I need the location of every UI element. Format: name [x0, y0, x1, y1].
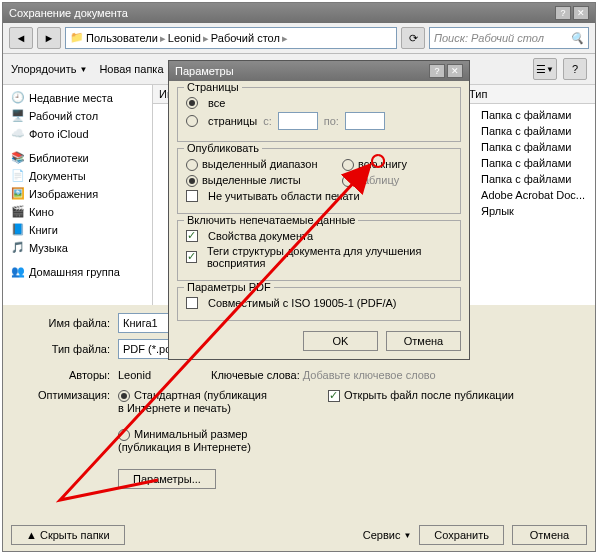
doc-props-checkbox[interactable]: Свойства документа — [186, 230, 452, 242]
doc-icon: 📄 — [11, 169, 25, 183]
bottom-bar: ▲ Скрыть папки Сервис ▼ Сохранить Отмена — [11, 525, 587, 545]
list-item[interactable]: Папка с файлами — [471, 171, 595, 187]
whole-book-radio[interactable]: всю книгу — [342, 158, 407, 171]
help-icon[interactable]: ? — [563, 58, 587, 80]
sel-range-radio[interactable]: выделенный диапазон — [186, 158, 336, 171]
doc-tags-checkbox[interactable]: Теги структуры документа для улучшения в… — [186, 245, 452, 269]
forward-button[interactable]: ► — [37, 27, 61, 49]
parameters-dialog: Параметры ? ✕ Страницы все страницы с: п… — [168, 60, 470, 360]
image-icon: 🖼️ — [11, 187, 25, 201]
breadcrumb[interactable]: 📁 Пользователи▸ Leonid▸ Рабочий стол▸ — [65, 27, 397, 49]
dlg-close-button[interactable]: ✕ — [447, 64, 463, 78]
page-from-input[interactable] — [278, 112, 318, 130]
list-item[interactable]: Папка с файлами — [471, 123, 595, 139]
help-button[interactable]: ? — [555, 6, 571, 20]
save-button[interactable]: Сохранить — [419, 525, 504, 545]
authors-value[interactable]: Leonid — [118, 369, 151, 381]
bc-seg[interactable]: Leonid — [168, 32, 201, 44]
new-folder-button[interactable]: Новая папка — [99, 63, 163, 75]
nav-toolbar: ◄ ► 📁 Пользователи▸ Leonid▸ Рабочий стол… — [3, 23, 595, 54]
book-icon: 📘 — [11, 223, 25, 237]
refresh-button[interactable]: ⟳ — [401, 27, 425, 49]
desktop-icon: 🖥️ — [11, 109, 25, 123]
list-item[interactable]: Папка с файлами — [471, 107, 595, 123]
pages-legend: Страницы — [184, 81, 242, 93]
titlebar: Сохранение документа ? ✕ — [3, 3, 595, 23]
cloud-icon: ☁️ — [11, 127, 25, 141]
film-icon: 🎬 — [11, 205, 25, 219]
sidebar-item-music[interactable]: 🎵Музыка — [7, 239, 148, 257]
close-button[interactable]: ✕ — [573, 6, 589, 20]
library-icon: 📚 — [11, 151, 25, 165]
list-item[interactable]: Adobe Acrobat Doc... — [471, 187, 595, 203]
list-item[interactable]: Папка с файлами — [471, 139, 595, 155]
nonprint-legend: Включить непечатаемые данные — [184, 214, 358, 226]
page-range-radio[interactable]: страницы с: по: — [186, 112, 452, 130]
sidebar-item-recent[interactable]: 🕘Недавние места — [7, 89, 148, 107]
sidebar-item-books[interactable]: 📘Книги — [7, 221, 148, 239]
page-to-input[interactable] — [345, 112, 385, 130]
search-input[interactable]: Поиск: Рабочий стол 🔍 — [429, 27, 589, 49]
pages-group: Страницы все страницы с: по: — [177, 87, 461, 142]
filetype-label: Тип файла: — [13, 343, 118, 355]
nav-pane: 🕘Недавние места 🖥️Рабочий стол ☁️Фото iC… — [3, 85, 153, 305]
filename-label: Имя файла: — [13, 317, 118, 329]
hide-folders-button[interactable]: ▲ Скрыть папки — [11, 525, 125, 545]
folder-icon: 📁 — [70, 31, 84, 45]
authors-label: Авторы: — [13, 369, 118, 381]
keywords-value[interactable]: Добавьте ключевое слово — [303, 369, 436, 381]
ignore-print-checkbox[interactable]: Не учитывать области печати — [186, 190, 452, 202]
sidebar-item-images[interactable]: 🖼️Изображения — [7, 185, 148, 203]
open-after-checkbox[interactable]: Открыть файл после публикации — [328, 389, 514, 402]
opt-standard-radio[interactable]: Стандартная (публикация в Интернете и пе… — [118, 389, 268, 414]
dlg-titlebar: Параметры ? ✕ — [169, 61, 469, 81]
music-icon: 🎵 — [11, 241, 25, 255]
cancel-button[interactable]: Отмена — [512, 525, 587, 545]
sidebar-item-video[interactable]: 🎬Кино — [7, 203, 148, 221]
opt-min-radio[interactable]: Минимальный размер (публикация в Интерне… — [118, 428, 268, 453]
all-pages-radio[interactable]: все — [186, 97, 452, 109]
sidebar-item-docs[interactable]: 📄Документы — [7, 167, 148, 185]
dlg-title: Параметры — [175, 65, 234, 77]
back-button[interactable]: ◄ — [9, 27, 33, 49]
sel-sheets-radio[interactable]: выделенные листы — [186, 174, 336, 187]
table-radio: таблицу — [342, 174, 399, 187]
view-menu[interactable]: ☰▼ — [533, 58, 557, 80]
keywords-label: Ключевые слова: — [211, 369, 300, 381]
optimize-label: Оптимизация: — [13, 389, 118, 401]
publish-legend: Опубликовать — [184, 142, 262, 154]
dlg-help-button[interactable]: ? — [429, 64, 445, 78]
ok-button[interactable]: OK — [303, 331, 378, 351]
nonprint-group: Включить непечатаемые данные Свойства до… — [177, 220, 461, 281]
homegroup-icon: 👥 — [11, 265, 25, 279]
organize-menu[interactable]: Упорядочить▼ — [11, 63, 87, 75]
params-button[interactable]: Параметры... — [118, 469, 216, 489]
pdf-group: Параметры PDF Совместимый с ISO 19005-1 … — [177, 287, 461, 321]
col-type[interactable]: Тип — [469, 88, 589, 100]
iso-checkbox[interactable]: Совместимый с ISO 19005-1 (PDF/A) — [186, 297, 452, 309]
list-item[interactable]: Ярлык — [471, 203, 595, 219]
sidebar-item-icloud[interactable]: ☁️Фото iCloud — [7, 125, 148, 143]
pdf-legend: Параметры PDF — [184, 281, 274, 293]
sidebar-item-desktop[interactable]: 🖥️Рабочий стол — [7, 107, 148, 125]
bc-seg[interactable]: Пользователи — [86, 32, 158, 44]
service-menu[interactable]: Сервис ▼ — [363, 529, 412, 541]
window-title: Сохранение документа — [9, 7, 128, 19]
sidebar-item-homegroup[interactable]: 👥Домашняя группа — [7, 263, 148, 281]
search-icon: 🔍 — [570, 32, 584, 45]
bc-seg[interactable]: Рабочий стол — [211, 32, 280, 44]
sidebar-item-libs[interactable]: 📚Библиотеки — [7, 149, 148, 167]
list-item[interactable]: Папка с файлами — [471, 155, 595, 171]
publish-group: Опубликовать выделенный диапазон всю кни… — [177, 148, 461, 214]
recent-icon: 🕘 — [11, 91, 25, 105]
dlg-cancel-button[interactable]: Отмена — [386, 331, 461, 351]
